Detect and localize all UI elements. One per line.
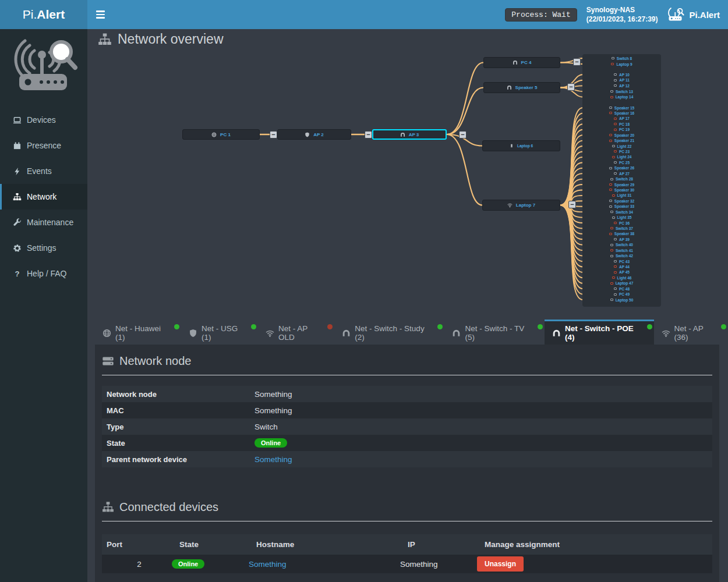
leaf-device-speaker-38[interactable]: Speaker 38 bbox=[582, 231, 661, 236]
leaf-device-ap-17[interactable]: AP 17 bbox=[582, 116, 661, 121]
sidebar-item-label: Maintenance bbox=[27, 218, 73, 227]
parent-device-link[interactable]: Something bbox=[255, 455, 292, 464]
leaf-device-label: Speaker 30 bbox=[614, 188, 634, 192]
leaf-device-switch-42[interactable]: Switch 42 bbox=[582, 253, 661, 258]
leaf-device-light-22[interactable]: Light 22 bbox=[582, 144, 661, 149]
network-node-pc-4[interactable]: PC 4 bbox=[483, 57, 560, 68]
leaf-device-speaker-33[interactable]: Speaker 33 bbox=[582, 204, 661, 209]
device-status-icon bbox=[614, 150, 617, 152]
leaf-device-pc-36[interactable]: PC 36 bbox=[582, 221, 661, 226]
hostname-link[interactable]: Something bbox=[249, 560, 287, 569]
collapse-node-button[interactable]: − bbox=[365, 131, 372, 139]
network-node-ap-3[interactable]: AP 3 bbox=[372, 129, 447, 140]
collapse-node-button[interactable]: − bbox=[573, 58, 581, 66]
leaf-device-speaker-30[interactable]: Speaker 30 bbox=[582, 187, 661, 193]
leaf-device-label: Laptop 50 bbox=[616, 298, 634, 302]
device-status-icon bbox=[614, 172, 617, 175]
tab-status-dot bbox=[647, 324, 652, 329]
leaf-device-switch-28[interactable]: Switch 28 bbox=[582, 176, 661, 182]
leaf-device-speaker-20[interactable]: Speaker 20 bbox=[582, 133, 661, 138]
tab-net-switch-poe-4[interactable]: Net - Switch - POE (4) bbox=[545, 320, 654, 345]
device-status-icon bbox=[609, 112, 612, 114]
leaf-device-switch-41[interactable]: Switch 41 bbox=[582, 248, 661, 253]
collapse-node-button[interactable]: − bbox=[568, 201, 576, 208]
collapse-node-button[interactable]: − bbox=[270, 131, 277, 139]
leaf-device-pc-49[interactable]: PC 49 bbox=[582, 292, 661, 297]
leaf-device-light-35[interactable]: Light 35 bbox=[582, 215, 661, 220]
collapse-node-button[interactable]: − bbox=[567, 83, 575, 91]
sidebar-item-presence[interactable]: Presence bbox=[0, 133, 87, 158]
leaf-device-pc-43[interactable]: PC 43 bbox=[582, 259, 661, 264]
leaf-device-ap-44[interactable]: AP 44 bbox=[582, 264, 661, 269]
tab-net-ap-old[interactable]: Net - AP OLD bbox=[258, 320, 334, 345]
leaf-device-ap-11[interactable]: AP 11 bbox=[582, 77, 661, 83]
leaf-device-speaker-21[interactable]: Speaker 21 bbox=[582, 138, 661, 143]
process-status-badge: Process: Wait bbox=[505, 8, 577, 22]
app-logo[interactable]: Pi.Alert bbox=[0, 0, 87, 29]
network-node-speaker-5[interactable]: Speaker 5 bbox=[483, 82, 560, 93]
sidebar-item-events[interactable]: Events bbox=[0, 158, 87, 184]
leaf-device-light-31[interactable]: Light 31 bbox=[582, 193, 661, 198]
leaf-device-ap-10[interactable]: AP 10 bbox=[582, 72, 661, 77]
leaf-device-ap-12[interactable]: AP 12 bbox=[582, 83, 661, 88]
sidebar-item-settings[interactable]: Settings bbox=[0, 235, 87, 261]
tab-net-ap-36[interactable]: Net - AP (36) bbox=[654, 320, 728, 345]
leaf-device-laptop-14[interactable]: Laptop 14 bbox=[582, 94, 661, 100]
leaf-device-laptop-50[interactable]: Laptop 50 bbox=[582, 297, 661, 303]
network-node-laptop-6[interactable]: Laptop 6 bbox=[482, 140, 560, 151]
collapse-node-button[interactable]: − bbox=[459, 131, 467, 139]
leaf-device-speaker-32[interactable]: Speaker 32 bbox=[582, 198, 661, 204]
shield-icon bbox=[305, 132, 310, 137]
info-row: Network nodeSomething bbox=[102, 386, 712, 402]
leaf-device-ap-39[interactable]: AP 39 bbox=[582, 237, 661, 242]
device-status-icon bbox=[610, 255, 613, 257]
bolt-icon bbox=[12, 167, 22, 176]
leaf-device-switch-34[interactable]: Switch 34 bbox=[582, 210, 661, 215]
column-header-ip: IP bbox=[408, 540, 485, 549]
leaf-device-switch-37[interactable]: Switch 37 bbox=[582, 226, 661, 231]
device-status-icon bbox=[612, 194, 615, 197]
sidebar-item-maintenance[interactable]: Maintenance bbox=[0, 210, 87, 235]
header-brand[interactable]: Pi.Alert bbox=[667, 7, 720, 22]
network-node-pc-1[interactable]: PC 1 bbox=[182, 129, 260, 140]
leaf-device-light-24[interactable]: Light 24 bbox=[582, 154, 661, 159]
leaf-device-ap-27[interactable]: AP 27 bbox=[582, 171, 661, 176]
sidebar: DevicesPresenceEventsNetworkMaintenanceS… bbox=[0, 29, 87, 582]
top-header: Pi.Alert Process: Wait Synology-NAS (22/… bbox=[0, 0, 728, 29]
leaf-device-laptop-9[interactable]: Laptop 9 bbox=[582, 62, 661, 67]
network-tab-bar: Net - Huawei (1)Net - USG (1)Net - AP OL… bbox=[95, 320, 728, 345]
leaf-device-pc-18[interactable]: PC 18 bbox=[582, 122, 661, 127]
leaf-device-speaker-16[interactable]: Speaker 16 bbox=[582, 111, 661, 116]
tab-net-huawei-1[interactable]: Net - Huawei (1) bbox=[95, 320, 181, 345]
leaf-device-speaker-26[interactable]: Speaker 26 bbox=[582, 165, 661, 171]
tab-net-switch-tv-5[interactable]: Net - Switch - TV (5) bbox=[444, 320, 545, 345]
sidebar-item-devices[interactable]: Devices bbox=[0, 107, 87, 133]
leaf-device-switch-13[interactable]: Switch 13 bbox=[582, 89, 661, 94]
sidebar-toggle-button[interactable] bbox=[87, 0, 114, 29]
leaf-device-label: PC 48 bbox=[619, 287, 630, 291]
leaf-device-switch-8[interactable]: Switch 8 bbox=[582, 56, 661, 61]
leaf-device-label: PC 18 bbox=[619, 122, 630, 126]
device-status-icon bbox=[611, 63, 614, 65]
leaf-device-speaker-29[interactable]: Speaker 29 bbox=[582, 182, 661, 187]
sidebar-item-network[interactable]: Network bbox=[0, 184, 87, 210]
leaf-device-switch-40[interactable]: Switch 40 bbox=[582, 242, 661, 247]
leaf-device-pc-25[interactable]: PC 25 bbox=[582, 160, 661, 165]
leaf-device-pc-19[interactable]: PC 19 bbox=[582, 127, 661, 132]
tab-net-switch-study-2[interactable]: Net - Switch - Study (2) bbox=[334, 320, 444, 345]
leaf-device-ap-45[interactable]: AP 45 bbox=[582, 269, 661, 275]
leaf-device-pc-48[interactable]: PC 48 bbox=[582, 286, 661, 292]
network-node-ap-2[interactable]: AP 2 bbox=[277, 129, 351, 140]
leaf-device-pc-23[interactable]: PC 23 bbox=[582, 149, 661, 154]
leaf-device-laptop-47[interactable]: Laptop 47 bbox=[582, 281, 661, 286]
leaf-device-speaker-15[interactable]: Speaker 15 bbox=[582, 105, 661, 111]
leaf-device-light-46[interactable]: Light 46 bbox=[582, 275, 661, 281]
network-node-laptop-7[interactable]: Laptop 7 bbox=[482, 200, 560, 211]
device-port: 2 bbox=[102, 560, 172, 569]
unassign-button[interactable]: Unassign bbox=[477, 556, 524, 572]
tab-net-usg-1[interactable]: Net - USG (1) bbox=[181, 320, 258, 345]
sidebar-item-help-faq[interactable]: ?Help / FAQ bbox=[0, 261, 87, 286]
tab-status-dot bbox=[721, 324, 726, 329]
sidebar-item-label: Devices bbox=[27, 115, 56, 125]
device-status-icon bbox=[609, 107, 612, 109]
